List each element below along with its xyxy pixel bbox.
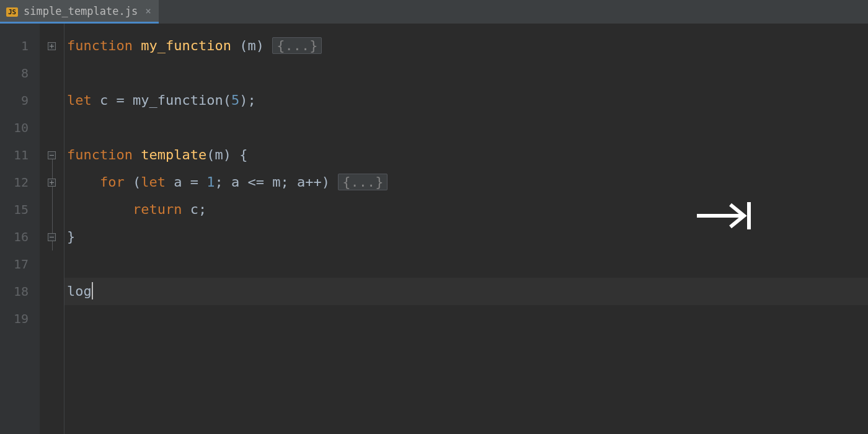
fold-expand-icon[interactable] — [48, 179, 56, 187]
fold-expand-icon[interactable] — [48, 42, 56, 50]
line-number: 8 — [0, 60, 40, 87]
line-number: 10 — [0, 114, 40, 141]
keyword: function — [67, 147, 133, 162]
code-line-active[interactable]: log — [64, 278, 868, 305]
line-number: 12 — [0, 169, 40, 196]
line-number-gutter[interactable]: 1 8 9 10 11 12 15 16 17 18 19 — [0, 24, 40, 434]
keyword: for — [100, 174, 125, 190]
editor-area: 1 8 9 10 11 12 15 16 17 18 19 function m… — [0, 24, 868, 434]
code-line[interactable]: for (let a = 1; a <= m; a++) {...} — [64, 169, 868, 196]
code-line[interactable] — [64, 250, 868, 278]
keyword: let — [67, 92, 92, 108]
js-file-icon: JS — [6, 6, 19, 17]
tab-bar: JS simple_template.js × — [0, 0, 868, 24]
fold-collapse-icon[interactable] — [48, 233, 56, 241]
code-line[interactable]: let c = my_function(5); — [64, 87, 868, 114]
line-number: 9 — [0, 87, 40, 114]
code-area[interactable]: function my_function (m) {...} let c = m… — [64, 24, 868, 434]
code-line[interactable] — [64, 114, 868, 141]
code-line[interactable] — [64, 60, 868, 87]
tab-arrow-icon — [694, 201, 756, 231]
file-tab[interactable]: JS simple_template.js × — [0, 0, 159, 24]
code-line[interactable]: function template(m) { — [64, 141, 868, 169]
line-number: 11 — [0, 141, 40, 169]
keyword: function — [67, 38, 133, 53]
line-number: 15 — [0, 196, 40, 223]
code-line[interactable]: function my_function (m) {...} — [64, 32, 868, 60]
line-number: 1 — [0, 32, 40, 60]
keyword: return — [133, 202, 182, 217]
fold-collapse-icon[interactable] — [48, 151, 56, 159]
code-line[interactable] — [64, 305, 868, 332]
function-name: template — [141, 147, 206, 162]
text-cursor — [92, 282, 93, 299]
line-number: 16 — [0, 223, 40, 250]
line-number: 19 — [0, 305, 40, 332]
folded-region[interactable]: {...} — [338, 174, 388, 190]
folded-region[interactable]: {...} — [272, 37, 322, 54]
tab-filename: simple_template.js — [24, 5, 138, 17]
close-tab-icon[interactable]: × — [145, 5, 151, 17]
fold-gutter — [40, 24, 64, 434]
line-number: 18 — [0, 278, 40, 305]
function-name: my_function — [141, 38, 231, 53]
line-number: 17 — [0, 250, 40, 278]
